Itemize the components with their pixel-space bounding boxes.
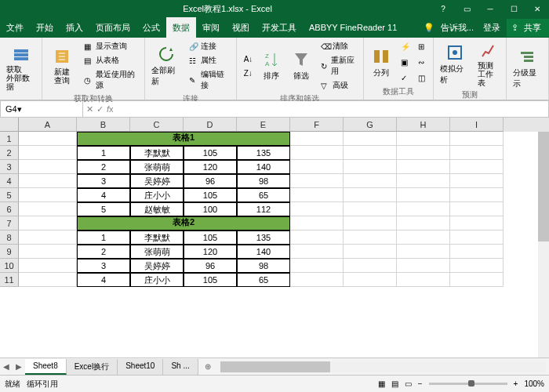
cell[interactable] bbox=[290, 245, 344, 259]
horizontal-scrollbar[interactable] bbox=[220, 361, 546, 372]
cell[interactable] bbox=[450, 146, 504, 160]
cell[interactable] bbox=[344, 273, 397, 287]
cell[interactable]: 2 bbox=[77, 245, 130, 259]
cell[interactable]: 120 bbox=[184, 160, 237, 174]
col-head-H[interactable]: H bbox=[397, 118, 450, 132]
cell[interactable] bbox=[290, 259, 344, 273]
cell[interactable]: 1 bbox=[77, 146, 130, 160]
cell[interactable] bbox=[19, 146, 77, 160]
cell[interactable] bbox=[19, 174, 77, 188]
view-normal-icon[interactable]: ▦ bbox=[378, 379, 385, 388]
cell[interactable] bbox=[290, 202, 344, 216]
vertical-scrollbar[interactable] bbox=[538, 132, 549, 358]
tell-me[interactable]: 告诉我... bbox=[438, 22, 477, 34]
relationships-button[interactable]: ∾ bbox=[414, 56, 430, 70]
cell[interactable] bbox=[290, 160, 344, 174]
row-head-9[interactable]: 9 bbox=[0, 245, 19, 259]
fx-icon[interactable]: fx bbox=[107, 104, 114, 114]
cell[interactable]: 2 bbox=[77, 160, 130, 174]
cell[interactable] bbox=[19, 202, 77, 216]
cell[interactable] bbox=[344, 132, 397, 146]
cell[interactable] bbox=[290, 132, 344, 146]
menu-插入[interactable]: 插入 bbox=[60, 17, 89, 38]
cell[interactable] bbox=[450, 230, 504, 245]
cell[interactable] bbox=[397, 273, 450, 287]
cell[interactable] bbox=[290, 174, 344, 188]
formula-input[interactable] bbox=[117, 101, 548, 117]
cell[interactable] bbox=[290, 188, 344, 202]
whatif-button[interactable]: 模拟分析 bbox=[437, 42, 472, 87]
col-head-A[interactable]: A bbox=[19, 118, 77, 132]
cell[interactable] bbox=[290, 216, 344, 230]
col-head-B[interactable]: B bbox=[77, 118, 130, 132]
cell[interactable] bbox=[290, 230, 344, 245]
cell[interactable] bbox=[450, 216, 504, 230]
cell[interactable] bbox=[397, 146, 450, 160]
zoom-slider[interactable] bbox=[429, 383, 507, 385]
sort-button[interactable]: ZA 排序 bbox=[257, 49, 285, 83]
sheet-tab-Sh ...[interactable]: Sh ... bbox=[163, 359, 198, 375]
cell[interactable] bbox=[290, 146, 344, 160]
menu-开始[interactable]: 开始 bbox=[30, 17, 60, 38]
tell-me-icon[interactable]: 💡 bbox=[420, 23, 438, 33]
row-head-8[interactable]: 8 bbox=[0, 230, 19, 245]
cell[interactable] bbox=[397, 245, 450, 259]
cell[interactable] bbox=[344, 245, 397, 259]
cell[interactable]: 赵敏敏 bbox=[130, 202, 184, 216]
cell[interactable] bbox=[344, 202, 397, 216]
col-head-G[interactable]: G bbox=[344, 118, 397, 132]
connections-button[interactable]: 🔗连接 bbox=[185, 39, 232, 53]
minimize-icon[interactable]: ─ bbox=[478, 0, 502, 17]
cell[interactable] bbox=[19, 259, 77, 273]
name-box[interactable]: G4 ▾ bbox=[1, 101, 83, 117]
tab-nav-next-icon[interactable]: ▶ bbox=[13, 362, 25, 371]
from-table-button[interactable]: ▤从表格 bbox=[80, 53, 140, 67]
zoom-out-button[interactable]: − bbox=[418, 379, 423, 388]
cell[interactable] bbox=[19, 245, 77, 259]
cell[interactable]: 135 bbox=[237, 146, 290, 160]
cell[interactable] bbox=[344, 230, 397, 245]
col-head-C[interactable]: C bbox=[130, 118, 184, 132]
row-head-2[interactable]: 2 bbox=[0, 146, 19, 160]
cell[interactable]: 3 bbox=[77, 259, 130, 273]
cell[interactable] bbox=[450, 259, 504, 273]
cell[interactable] bbox=[397, 230, 450, 245]
cell[interactable] bbox=[19, 188, 77, 202]
row-head-7[interactable]: 7 bbox=[0, 216, 19, 230]
cell[interactable]: 李默默 bbox=[130, 146, 184, 160]
row-head-10[interactable]: 10 bbox=[0, 259, 19, 273]
cell[interactable]: 4 bbox=[77, 273, 130, 287]
show-queries-button[interactable]: ▦显示查询 bbox=[80, 39, 140, 53]
cell[interactable] bbox=[19, 160, 77, 174]
flash-fill-button[interactable]: ⚡ bbox=[397, 40, 413, 54]
enter-formula-icon[interactable]: ✓ bbox=[96, 104, 104, 114]
col-head-I[interactable]: I bbox=[450, 118, 504, 132]
cell[interactable]: 120 bbox=[184, 245, 237, 259]
cell[interactable] bbox=[450, 132, 504, 146]
row-head-11[interactable]: 11 bbox=[0, 273, 19, 287]
recent-sources-button[interactable]: ◷最近使用的源 bbox=[80, 67, 140, 93]
cell[interactable] bbox=[450, 202, 504, 216]
select-all-corner[interactable] bbox=[0, 118, 19, 132]
view-break-icon[interactable]: ▭ bbox=[405, 379, 412, 388]
cell[interactable] bbox=[344, 259, 397, 273]
cell[interactable] bbox=[450, 273, 504, 287]
get-external-data-button[interactable]: 获取 外部数据 bbox=[3, 43, 38, 93]
cell[interactable]: 张萌萌 bbox=[130, 245, 184, 259]
cancel-formula-icon[interactable]: ✕ bbox=[86, 104, 93, 114]
cell[interactable] bbox=[19, 132, 77, 146]
row-head-1[interactable]: 1 bbox=[0, 132, 19, 146]
sort-za-button[interactable]: Z↓ bbox=[240, 66, 256, 80]
col-head-E[interactable]: E bbox=[237, 118, 290, 132]
cell[interactable]: 3 bbox=[77, 174, 130, 188]
cell[interactable] bbox=[450, 245, 504, 259]
reapply-button[interactable]: ↻重新应用 bbox=[317, 53, 360, 78]
cell[interactable]: 105 bbox=[184, 273, 237, 287]
cell[interactable] bbox=[397, 259, 450, 273]
cell[interactable]: 吴婷婷 bbox=[130, 259, 184, 273]
zoom-level[interactable]: 100% bbox=[524, 379, 544, 388]
add-sheet-button[interactable]: ⊕ bbox=[198, 362, 217, 371]
consolidate-button[interactable]: ⊞ bbox=[414, 40, 430, 54]
row-head-3[interactable]: 3 bbox=[0, 160, 19, 174]
cell[interactable] bbox=[450, 160, 504, 174]
